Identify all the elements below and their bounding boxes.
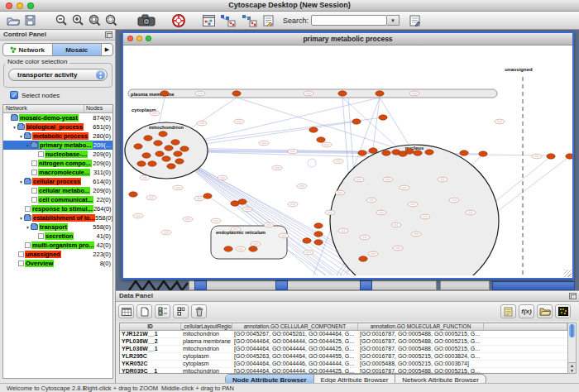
selected-network-node[interactable] [159,131,167,136]
scrollbar-arrows[interactable]: ▲▼ [568,362,576,373]
function-builder-button[interactable]: f(x) [519,304,534,318]
selected-network-node[interactable] [303,238,311,243]
search-dropdown-button[interactable]: ▼ [387,15,400,26]
table-row[interactable]: YLR295Ccytoplasm[GO:0045263, GO:0044464,… [120,353,567,361]
mitochondrion-region[interactable] [125,122,208,179]
table-row[interactable]: YPL036W__2plasma membrane[GO:0044464, GO… [120,338,567,346]
create-view-button[interactable] [217,13,238,28]
column-header[interactable]: annotation.GO CELLULAR_COMPONENT [232,323,358,330]
selected-network-node[interactable] [174,151,182,156]
selected-network-node[interactable] [338,91,347,96]
tab-mosaic[interactable]: Mosaic [53,44,103,55]
selected-network-node[interactable] [175,159,184,164]
self-loop-edge[interactable] [308,159,316,167]
selected-network-node[interactable] [547,154,555,159]
tree-row[interactable]: Overview8(0) [3,259,112,268]
selected-network-node[interactable] [180,146,189,151]
selected-network-node[interactable] [160,91,169,96]
more-tabs-button[interactable]: ▶ [102,44,112,55]
scrollbar-thumb[interactable] [569,324,575,337]
tree-row[interactable]: cellular metabo...209(0) [3,186,112,195]
tree-row[interactable]: macromolecule...311(0) [3,168,112,177]
expander-icon[interactable]: ▼ [25,143,31,148]
nucleus-region[interactable] [330,145,499,275]
selected-network-node[interactable] [314,240,323,245]
expander-icon[interactable]: ▼ [25,225,31,230]
float-panel-icon[interactable] [569,293,577,299]
selected-network-node[interactable] [369,148,377,153]
annotations-button[interactable] [260,13,276,28]
table-scrollbar[interactable]: ▲▼ [567,323,577,374]
selected-network-node[interactable] [382,151,390,155]
tab-network[interactable]: Network [3,44,53,55]
tree-row[interactable]: ▼primary metabo...209(... [3,141,112,150]
selected-network-node[interactable] [134,144,142,149]
zoom-out-button[interactable] [53,13,69,28]
selected-network-node[interactable] [566,154,572,159]
select-attributes-button[interactable] [155,304,170,318]
help-button[interactable] [170,13,187,28]
background-window-titlebar[interactable] [360,280,372,290]
selected-network-node[interactable] [232,91,241,96]
tree-row[interactable]: nitrogen compo...209(0) [3,159,112,168]
table-row[interactable]: YJR121W__1mitochondrion[GO:0045267, GO:0… [120,331,567,338]
selected-network-node[interactable] [352,119,361,124]
tree-row[interactable]: response to stimul...264(0) [3,204,112,213]
selected-network-node[interactable] [156,151,164,156]
selected-network-node[interactable] [171,140,179,145]
expander-icon[interactable]: ▼ [18,134,24,139]
search-options-button[interactable] [406,13,423,28]
zoom-in-button[interactable] [69,13,86,28]
selected-network-node[interactable] [148,161,156,166]
background-window-titlebar[interactable] [275,280,288,290]
new-attribute-button[interactable] [136,304,152,318]
snapshot-button[interactable] [136,13,157,28]
expander-icon[interactable]: ▼ [18,216,24,221]
selected-network-node[interactable] [165,146,173,151]
selected-network-node[interactable] [142,153,151,158]
tree-row[interactable]: mosaic-demo-yeast874(0) [3,113,112,122]
open-session-button[interactable] [5,13,22,28]
column-header[interactable]: annotation.GO MOLECULAR_FUNCTION [358,323,484,330]
edge[interactable] [188,122,356,146]
tree-row[interactable]: ▼transport558(0) [3,222,112,232]
search-input[interactable] [311,15,387,26]
attribute-table-button[interactable] [118,304,134,318]
tree-row[interactable]: ▼establishment of lo...558(0) [3,213,112,222]
selected-network-node[interactable] [314,223,323,228]
selected-network-node[interactable] [405,149,414,154]
tree-col-network[interactable]: Network [3,105,84,112]
selected-network-node[interactable] [144,136,152,141]
destroy-view-button[interactable] [238,13,260,28]
network-window-titlebar[interactable]: primary metabolic process [123,33,572,45]
tree-row[interactable]: ▼metabolic process280(0) [3,131,112,141]
save-session-button[interactable] [22,13,38,28]
table-row[interactable]: YKR052Ccytoplasm[GO:0044464, GO:0044446,… [120,361,567,368]
import-attributes-button[interactable] [537,304,553,318]
zoom-selected-button[interactable] [103,13,119,28]
report-button[interactable] [500,304,516,318]
selected-network-node[interactable] [203,194,212,198]
selected-network-node[interactable] [314,232,323,237]
node-color-select[interactable]: transporter activity ▲▼ [8,69,108,81]
unselect-attributes-button[interactable] [173,304,189,318]
network-canvas[interactable]: plasma membrane cytoplasm mitochondrion … [123,45,572,275]
selected-network-node[interactable] [224,246,232,251]
selected-network-node[interactable] [359,256,367,261]
expander-icon[interactable]: ▼ [18,179,24,184]
column-header[interactable]: _cellularLayoutRegion [181,323,232,330]
delete-attribute-button[interactable] [191,304,207,318]
selected-network-node[interactable] [137,161,146,166]
selected-network-node[interactable] [379,115,387,120]
table-row[interactable]: YDR039C__1mitochondrion[GO:0044464, GO:0… [120,368,567,374]
selected-network-node[interactable] [167,164,175,169]
attribute-matrix-button[interactable] [555,304,571,318]
selected-network-node[interactable] [414,151,422,155]
tree-col-nodes[interactable]: Nodes [84,105,112,112]
selected-network-node[interactable] [358,151,366,155]
table-row[interactable]: YPL036W__1mitochondrion[GO:0044464, GO:0… [120,346,567,353]
float-panel-icon[interactable] [105,31,112,38]
selected-network-node[interactable] [460,151,468,155]
zoom-fit-button[interactable] [86,13,103,28]
selected-network-node[interactable] [479,151,487,156]
